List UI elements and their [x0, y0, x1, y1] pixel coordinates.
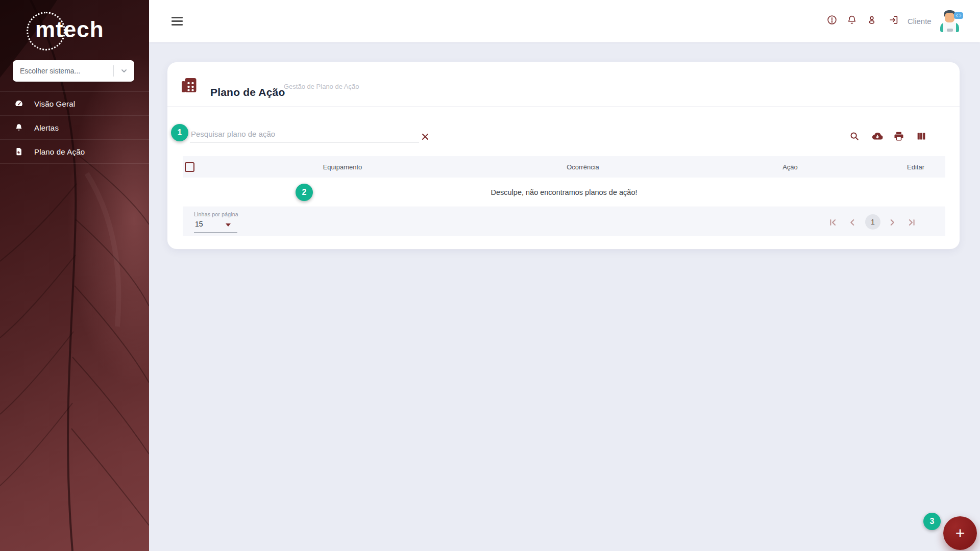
- empty-state-row: 2 Desculpe, não encontramos planos de aç…: [183, 178, 945, 207]
- main-content: Plano de Ação Gestão de Plano de Ação 1: [149, 42, 980, 551]
- sidebar-item-plano-de-acao[interactable]: Plano de Ação: [0, 140, 149, 164]
- column-header-editar: Editar: [886, 163, 945, 171]
- plano-de-acao-card: Plano de Ação Gestão de Plano de Ação 1: [167, 62, 960, 249]
- system-select-placeholder: Escolher sistema...: [20, 67, 80, 75]
- plano-table: Equipamento Ocorrência Ação Editar 2 Des…: [183, 156, 945, 236]
- user-label: Cliente: [908, 0, 932, 42]
- current-page-indicator[interactable]: 1: [865, 214, 880, 230]
- hamburger-menu-icon[interactable]: [172, 17, 183, 26]
- previous-page-button[interactable]: [847, 217, 858, 228]
- system-select[interactable]: Escolher sistema...: [13, 60, 134, 82]
- pagination-bar: Linhas por página 15 1: [183, 207, 945, 236]
- sidebar: mtech Escolher sistema... Visão Geral Al…: [0, 0, 149, 551]
- annotation-number: 3: [930, 517, 935, 526]
- annotation-number: 1: [178, 128, 182, 137]
- avatar-laptop: [947, 29, 953, 32]
- info-icon[interactable]: [826, 14, 838, 26]
- code-bubble-icon: [954, 12, 963, 19]
- header-divider: [167, 106, 960, 107]
- add-plano-fab[interactable]: +: [943, 516, 977, 550]
- logo: mtech: [27, 9, 134, 50]
- bell-icon: [14, 123, 23, 132]
- select-divider: [113, 65, 114, 77]
- select-all-checkbox[interactable]: [185, 162, 194, 172]
- avatar[interactable]: [937, 9, 962, 33]
- select-underline: [194, 232, 237, 233]
- page-title: Plano de Ação: [210, 86, 285, 98]
- header-checkbox-cell: [183, 162, 213, 172]
- sidebar-item-visao-geral[interactable]: Visão Geral: [0, 92, 149, 116]
- speedometer-icon: [14, 99, 23, 108]
- last-page-button[interactable]: [906, 217, 917, 228]
- sidebar-item-label: Alertas: [34, 123, 59, 132]
- annotation-badge-1: 1: [171, 124, 188, 141]
- print-icon[interactable]: [893, 131, 904, 142]
- select-caret-icon[interactable]: [226, 223, 231, 227]
- chevron-down-icon: [120, 67, 128, 77]
- column-header-acao: Ação: [694, 163, 886, 171]
- rows-per-page-select[interactable]: 15: [195, 220, 203, 228]
- user-icon[interactable]: [866, 14, 877, 26]
- cloud-download-icon[interactable]: [872, 131, 883, 142]
- logout-icon[interactable]: [888, 14, 899, 26]
- column-header-equipamento: Equipamento: [213, 163, 472, 171]
- page-subtitle: Gestão de Plano de Ação: [284, 83, 359, 90]
- annotation-badge-2: 2: [296, 184, 313, 201]
- view-columns-icon[interactable]: [916, 131, 927, 142]
- column-header-ocorrencia: Ocorrência: [472, 163, 694, 171]
- file-chart-icon: [14, 147, 23, 156]
- rows-per-page-label: Linhas por página: [194, 211, 238, 217]
- sidebar-item-label: Visão Geral: [34, 99, 75, 108]
- avatar-face: [945, 13, 954, 22]
- table-header-row: Equipamento Ocorrência Ação Editar: [183, 156, 945, 178]
- app-window: mtech Escolher sistema... Visão Geral Al…: [0, 0, 980, 551]
- sidebar-menu: Visão Geral Alertas Plano de Ação: [0, 91, 149, 164]
- page-number: 1: [871, 218, 875, 226]
- clear-search-icon[interactable]: [420, 132, 430, 142]
- next-page-button[interactable]: [887, 217, 898, 228]
- building-icon: [180, 75, 200, 95]
- plus-icon: +: [955, 524, 965, 543]
- first-page-button[interactable]: [827, 217, 839, 228]
- annotation-number: 2: [302, 188, 307, 197]
- search-icon[interactable]: [849, 131, 860, 142]
- sidebar-item-alertas[interactable]: Alertas: [0, 116, 149, 140]
- notifications-icon[interactable]: [846, 14, 857, 26]
- annotation-badge-3: 3: [923, 513, 941, 530]
- leaf-texture: [0, 0, 149, 551]
- search-input[interactable]: [190, 126, 419, 142]
- empty-state-message: Desculpe, não encontramos planos de ação…: [491, 188, 638, 196]
- topbar: Cliente: [149, 0, 980, 42]
- logo-text: mtech: [35, 18, 104, 41]
- sidebar-item-label: Plano de Ação: [34, 147, 85, 156]
